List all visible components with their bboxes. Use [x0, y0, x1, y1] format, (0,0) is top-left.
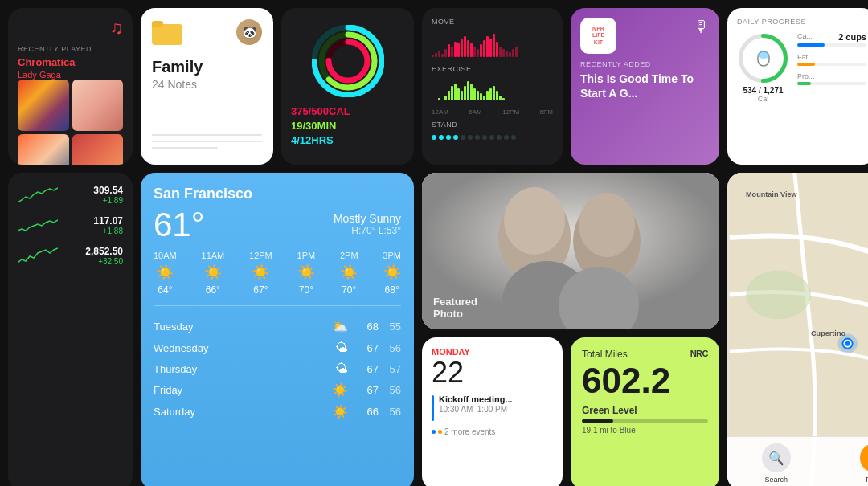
running-progress-fill: [582, 419, 613, 423]
activity-widget[interactable]: 375/500CAL 19/30MIN 4/12HRS: [281, 8, 414, 165]
calendar-widget[interactable]: MONDAY 22 Kickoff meeting... 10:30 AM–1:…: [422, 337, 563, 486]
music-icon: ♫: [18, 18, 123, 39]
avatar: 🐼: [236, 19, 262, 45]
search-icon: 🔍: [762, 443, 791, 472]
move-stat: 375/500CAL: [291, 105, 404, 117]
weather-city: San Francisco: [154, 186, 401, 202]
notes-folder-name: Family: [152, 58, 262, 76]
music-artist: Lady Gaga: [18, 70, 123, 80]
event-dot-1: [432, 430, 436, 434]
fitness-chart-widget[interactable]: MOVE EXERCISE 12AM6AM12PM6PM STAND: [422, 8, 563, 165]
svg-point-18: [579, 193, 635, 257]
progress-item-fat: Fat...: [797, 53, 866, 66]
map-shortcuts: 🔍 Search 🍴 Food ···: [727, 436, 868, 486]
recently-added-label: RECENTLY ADDED: [580, 60, 710, 68]
total-miles-value: 602.2: [582, 363, 708, 398]
album-art-3[interactable]: [18, 134, 69, 165]
weather-forecast: Tuesday ⛅ 68 55 Wednesday 🌤 67 56 Thursd…: [154, 319, 401, 477]
svg-rect-2: [152, 21, 163, 27]
running-to-next: 19.1 mi to Blue: [582, 426, 708, 435]
progress-item-protein: Pro...: [797, 72, 866, 85]
move-label: MOVE: [432, 18, 553, 26]
podcast-app-icon: NPRLIFEKIT: [580, 18, 616, 54]
event-title: Kickoff meeting...: [439, 394, 513, 405]
running-progress-track: [582, 419, 708, 423]
carbs-value: 2 cups: [838, 32, 866, 42]
svg-rect-12: [758, 51, 769, 59]
svg-text:Cupertino: Cupertino: [811, 329, 845, 337]
forecast-row: Tuesday ⛅ 68 55: [154, 319, 401, 334]
weather-hour-item: 12PM ☀️ 67°: [249, 251, 272, 296]
weather-hour-item: 2PM ☀️ 70°: [340, 251, 358, 296]
more-events: 2 more events: [432, 427, 553, 436]
svg-point-31: [845, 341, 850, 346]
podcast-widget[interactable]: NPRLIFEKIT 🎙 RECENTLY ADDED This Is Good…: [571, 8, 719, 165]
svg-point-16: [504, 187, 565, 255]
notes-widget[interactable]: 🐼 Family 24 Notes: [141, 8, 273, 165]
exercise-stat: 19/30MIN: [291, 120, 404, 132]
calendar-event[interactable]: Kickoff meeting... 10:30 AM–1:00 PM: [432, 394, 553, 421]
notes-line-2: [152, 141, 262, 142]
weather-hour-item: 10AM ☀️ 64°: [154, 251, 177, 296]
map-background: Mountain View Cupertino Saratoga 280 🔍 S…: [727, 173, 868, 486]
podcast-title: This Is Good Time To Start A G...: [580, 71, 710, 100]
stand-label: STAND: [432, 120, 553, 129]
activity-rings: [312, 25, 384, 97]
album-art-1[interactable]: [18, 80, 69, 131]
svg-point-22: [746, 271, 811, 320]
forecast-row: Friday ☀️ 67 56: [154, 382, 401, 398]
album-art-4[interactable]: [72, 134, 124, 165]
album-art-2[interactable]: [72, 80, 124, 131]
stock-chart-2: [18, 213, 58, 237]
svg-text:Mountain View: Mountain View: [746, 190, 798, 198]
progress-widget[interactable]: DAILY PROGRESS 534 / 1,271 Cal Ca... 2 c…: [727, 8, 868, 165]
fat-label: Fat...: [797, 53, 814, 61]
notes-line-1: [152, 134, 262, 136]
cal-label: Cal: [758, 95, 769, 103]
search-shortcut[interactable]: 🔍 Search: [727, 437, 825, 486]
stock-price-3: 2,852.50: [85, 246, 123, 257]
stand-dots: [432, 135, 553, 140]
food-shortcut[interactable]: 🍴 Food: [825, 437, 868, 486]
total-miles-label: Total Miles: [582, 349, 628, 360]
weather-high-low: H:70° L:53°: [334, 225, 401, 236]
forecast-row: Thursday 🌤 67 57: [154, 361, 401, 376]
search-label: Search: [765, 476, 788, 484]
stock-item-3[interactable]: 2,852.50 +32.50: [18, 243, 123, 268]
exercise-chart: [432, 76, 553, 100]
running-level: Green Level: [582, 405, 708, 416]
music-title: Chromatica: [18, 56, 123, 68]
progress-items: Ca... 2 cups Fat... Pro...: [797, 32, 866, 155]
notes-count: 24 Notes: [152, 78, 262, 91]
stock-item-1[interactable]: 309.54 +1.89: [18, 182, 123, 206]
progress-ring: [737, 32, 789, 84]
music-widget[interactable]: ♫ RECENTLY PLAYED Chromatica Lady Gaga: [8, 8, 133, 165]
calendar-date: 22: [432, 358, 553, 387]
stock-item-2[interactable]: 117.07 +1.88: [18, 213, 123, 237]
time-labels: 12AM6AM12PM6PM: [432, 108, 553, 116]
stocks-widget[interactable]: 309.54 +1.89 117.07 +1.88 2,852.50 +32.5…: [8, 173, 133, 486]
progress-title: DAILY PROGRESS: [737, 18, 866, 26]
exercise-label: EXERCISE: [432, 65, 553, 73]
running-widget[interactable]: Total Miles NRC 602.2 Green Level 19.1 m…: [571, 337, 719, 486]
recently-played-label: RECENTLY PLAYED: [18, 45, 123, 53]
photo-widget[interactable]: Featured Photo: [422, 173, 719, 329]
stock-change-2: +1.88: [93, 227, 123, 235]
forecast-row: Wednesday 🌤 67 56: [154, 341, 401, 355]
food-icon: 🍴: [860, 443, 869, 472]
weather-widget[interactable]: San Francisco 61° Mostly Sunny H:70° L:5…: [141, 173, 414, 486]
stock-price-2: 117.07: [93, 215, 123, 227]
stock-price-1: 309.54: [93, 185, 123, 196]
weather-hour-item: 1PM ☀️ 70°: [297, 251, 316, 296]
event-bar: [432, 395, 434, 421]
forecast-row: Saturday ☀️ 66 56: [154, 404, 401, 419]
stand-stat: 4/12HRS: [291, 134, 404, 146]
event-time: 10:30 AM–1:00 PM: [439, 405, 513, 414]
weather-hourly: 10AM ☀️ 64° 11AM ☀️ 66° 12PM ☀️ 67° 1PM …: [154, 251, 401, 306]
map-widget[interactable]: Mountain View Cupertino Saratoga 280 🔍 S…: [727, 173, 868, 486]
move-chart: [432, 29, 553, 57]
cal-value: 534 / 1,271: [743, 86, 783, 95]
stock-change-1: +1.89: [93, 196, 123, 205]
notes-line-3: [152, 147, 218, 149]
weather-temp: 61°: [154, 206, 205, 244]
